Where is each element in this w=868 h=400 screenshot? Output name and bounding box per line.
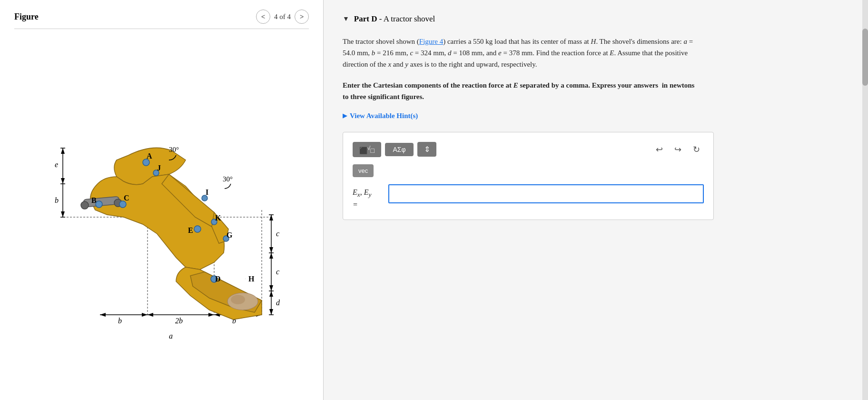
svg-text:b: b xyxy=(55,196,59,204)
greek-button[interactable]: ΑΣφ xyxy=(385,143,414,156)
svg-point-47 xyxy=(81,201,89,209)
input-label-line1: Ex, Ey xyxy=(353,187,381,200)
svg-marker-15 xyxy=(148,313,153,317)
svg-point-54 xyxy=(194,226,201,232)
hint-label: View Available Hint(s) xyxy=(350,112,418,120)
undo-button[interactable]: ↩ xyxy=(652,142,667,157)
svg-text:E: E xyxy=(188,226,193,234)
answer-input[interactable] xyxy=(388,184,704,203)
svg-marker-7 xyxy=(61,148,65,154)
part-label: Part D xyxy=(354,14,377,23)
figure-title: Figure xyxy=(14,12,39,22)
svg-text:c: c xyxy=(276,268,279,276)
redo-button[interactable]: ↪ xyxy=(671,142,685,157)
problem-description: The tractor shovel shown (Figure 4) carr… xyxy=(343,36,700,70)
svg-text:e: e xyxy=(55,160,58,169)
svg-text:I: I xyxy=(206,188,208,196)
svg-text:A: A xyxy=(147,152,152,160)
figure-divider xyxy=(14,29,309,29)
hint-arrow-icon: ▶ xyxy=(343,112,347,120)
svg-marker-36 xyxy=(269,291,273,297)
svg-marker-12 xyxy=(142,313,148,317)
collapse-arrow-icon[interactable]: ▼ xyxy=(343,15,349,23)
vec-row: vec xyxy=(353,164,704,184)
part-title: Part D - A tractor shovel xyxy=(354,14,435,24)
svg-text:2b: 2b xyxy=(175,317,183,325)
tractor-diagram: e b b 2b xyxy=(29,81,295,348)
svg-marker-31 xyxy=(269,253,273,259)
next-figure-button[interactable]: > xyxy=(295,10,309,24)
hint-link[interactable]: ▶ View Available Hint(s) xyxy=(343,112,849,120)
svg-text:J: J xyxy=(157,164,161,172)
svg-text:D: D xyxy=(215,275,221,283)
svg-point-44 xyxy=(231,295,245,304)
right-panel: ▼ Part D - A tractor shovel The tractor … xyxy=(324,0,868,400)
input-row: Ex, Ey = xyxy=(353,184,704,210)
svg-marker-27 xyxy=(269,247,273,253)
formula-icon: ⬛√□ xyxy=(359,145,375,154)
svg-text:30°: 30° xyxy=(223,175,233,183)
svg-marker-8 xyxy=(61,178,65,184)
greek-label: ΑΣφ xyxy=(393,146,405,153)
svg-marker-26 xyxy=(269,215,273,220)
input-label: Ex, Ey = xyxy=(353,184,381,210)
scrollbar-track[interactable] xyxy=(862,0,868,400)
input-label-line2: = xyxy=(353,200,381,210)
svg-text:c: c xyxy=(276,230,279,238)
refresh-button[interactable]: ↻ xyxy=(689,142,704,157)
svg-text:30°: 30° xyxy=(169,146,179,153)
svg-marker-37 xyxy=(269,309,273,315)
figure-image: e b b 2b xyxy=(14,39,309,390)
svg-text:d: d xyxy=(276,299,280,307)
svg-point-49 xyxy=(96,201,102,208)
svg-text:b: b xyxy=(118,317,122,325)
prev-figure-button[interactable]: < xyxy=(256,10,270,24)
scrollbar-thumb[interactable] xyxy=(862,29,868,86)
figure-link[interactable]: Figure 4 xyxy=(419,38,443,45)
figure-nav: < 4 of 4 > xyxy=(256,10,309,24)
vec-button[interactable]: vec xyxy=(353,164,374,177)
svg-marker-16 xyxy=(208,313,214,317)
part-header: ▼ Part D - A tractor shovel xyxy=(343,14,849,24)
toolbar: ⬛√□ ΑΣφ ⇕ ↩ ↪ ↻ xyxy=(353,142,704,157)
sort-icon: ⇕ xyxy=(424,145,430,154)
svg-point-48 xyxy=(143,159,149,166)
svg-marker-9 xyxy=(61,211,65,217)
svg-text:H: H xyxy=(248,275,255,283)
answer-box: ⬛√□ ΑΣφ ⇕ ↩ ↪ ↻ vec Ex, Ey = xyxy=(343,132,714,220)
part-dash: - xyxy=(379,14,384,23)
formula-button[interactable]: ⬛√□ xyxy=(353,142,381,157)
svg-marker-11 xyxy=(100,313,106,317)
sort-button[interactable]: ⇕ xyxy=(417,142,436,157)
svg-marker-32 xyxy=(269,285,273,291)
svg-text:G: G xyxy=(227,231,233,239)
figure-count: 4 of 4 xyxy=(274,13,291,21)
svg-point-50 xyxy=(119,201,126,208)
part-subtitle: A tractor shovel xyxy=(384,14,435,23)
svg-text:B: B xyxy=(91,196,97,204)
svg-text:a: a xyxy=(169,332,173,340)
figure-header: Figure < 4 of 4 > xyxy=(14,10,309,24)
svg-text:C: C xyxy=(124,194,129,202)
svg-text:.: . xyxy=(245,277,246,280)
instruction-text: Enter the Cartesian components of the re… xyxy=(343,80,700,102)
svg-text:K: K xyxy=(215,214,221,222)
left-panel: Figure < 4 of 4 > e b xyxy=(0,0,324,400)
